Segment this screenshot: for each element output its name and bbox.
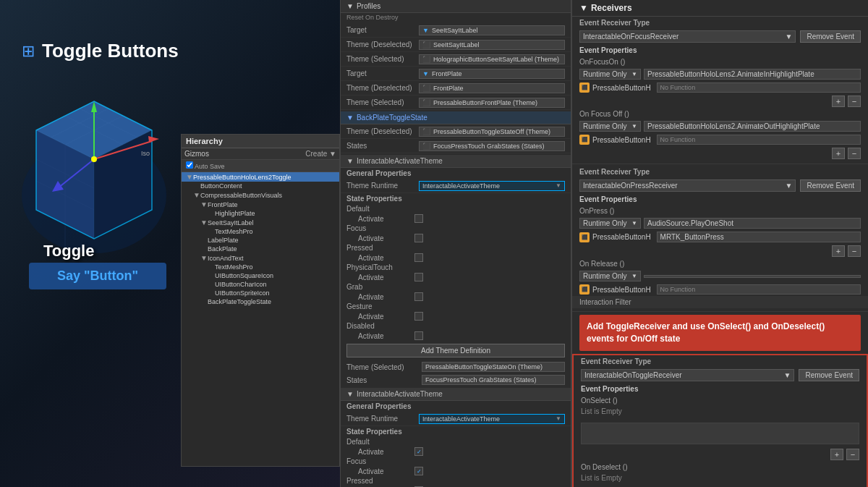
selected-value-2[interactable]: ⬛ PressableButtonFrontPlate (Theme) — [419, 98, 565, 108]
cb-focus-activate-1[interactable]: Activate — [341, 233, 571, 243]
create-button[interactable]: Create ▼ — [305, 150, 336, 158]
deselected-label-2: Theme (Deselected) — [346, 84, 419, 92]
hierarchy-item-5[interactable]: ▼ SeeItSayItLabel — [182, 218, 339, 227]
focus-on-method[interactable]: No Function — [657, 82, 861, 93]
say-button-label: Say "Button" — [29, 263, 166, 289]
theme-selected-value[interactable]: PressableButtonToggleStateOn (Theme) — [422, 362, 565, 372]
focus-on-runtime-dropdown[interactable]: Runtime Only ▼ — [579, 69, 641, 80]
checkbox-disabled-1 — [414, 331, 423, 340]
selected-value-1[interactable]: ⬛ HolographicButtonSeeItSayItLabel (Them… — [419, 54, 565, 64]
focus-on-obj-name: PressableButtonH — [592, 84, 651, 92]
press-obj-row: ⬛ PressableButtonH MRTK_ButtonPress — [572, 230, 868, 244]
hierarchy-item-9[interactable]: ▼ IconAndText — [182, 253, 339, 263]
focus-on-obj-icon: ⬛ — [579, 82, 590, 93]
cb-default-activate-2[interactable]: Activate — [341, 446, 571, 457]
hierarchy-item-root[interactable]: ▼ PressableButtonHoloLens2Toggle — [182, 172, 339, 182]
press-receiver-type-row: InteractableOnPressReceiver ▼ Remove Eve… — [572, 178, 868, 193]
focus-off-plus-button[interactable]: + — [832, 148, 845, 159]
focus-off-runtime-value[interactable]: PressableButtonHoloLens2.AnimateOutHighl… — [644, 121, 861, 132]
hierarchy-item-2[interactable]: ▼ CompressableButtonVisuals — [182, 190, 339, 200]
hierarchy-item-6[interactable]: TextMeshPro — [182, 227, 339, 236]
toggle-receiver-dropdown[interactable]: InteractableOnToggleReceiver ▼ — [581, 369, 794, 381]
checkbox-phystouch-1 — [414, 273, 423, 281]
focus-on-runtime-row: Runtime Only ▼ PressableButtonHoloLens2.… — [572, 67, 868, 81]
focus-on-obj-row: ⬛ PressableButtonH No Function — [572, 81, 868, 94]
focus-receiver-dropdown[interactable]: InteractableOnFocusReceiver ▼ — [579, 30, 796, 43]
focus-on-plus-button[interactable]: + — [832, 96, 845, 107]
add-theme-button[interactable]: Add Theme Definition — [346, 344, 565, 357]
cb-disabled-activate-1[interactable]: Activate — [341, 331, 571, 341]
hierarchy-item-4[interactable]: HighlightPlate — [182, 209, 339, 218]
cb-pressed-activate-1[interactable]: Activate — [341, 253, 571, 263]
toggle-state-header[interactable]: ▼ BackPlateToggleState — [341, 111, 571, 124]
hierarchy-item-10[interactable]: TextMeshPro — [182, 263, 339, 271]
cb-focus-activate-2[interactable]: Activate — [341, 466, 571, 476]
press-runtime-value[interactable]: AudioSource.PlayOneShot — [644, 218, 861, 229]
deselected-value-1[interactable]: ⬛ SeeItSayItLabel — [419, 40, 565, 50]
selected-label-1: Theme (Selected) — [346, 55, 419, 63]
target-value-2[interactable]: ▼ FrontPlate — [419, 69, 565, 79]
focus-off-obj-name: PressableButtonH — [592, 136, 651, 144]
selected-label-2: Theme (Selected) — [346, 98, 419, 106]
cb-gesture-activate-1[interactable]: Activate — [341, 311, 571, 321]
cb-grab-activate-1[interactable]: Activate — [341, 292, 571, 302]
remove-focus-event-button[interactable]: Remove Event — [800, 30, 861, 43]
cube-container: Iso Toggle Say "Button" — [14, 72, 181, 304]
activate-theme-2-header[interactable]: ▼ InteractableActivateTheme — [341, 388, 571, 401]
press-event-receiver-label: Event Receiver Type — [572, 166, 868, 178]
release-method[interactable]: No Function — [657, 284, 861, 295]
release-runtime-dropdown[interactable]: Runtime Only ▼ — [579, 271, 641, 281]
cb-focus-2: Focus — [341, 457, 571, 466]
list-empty-1: List is Empty — [574, 406, 867, 420]
press-runtime-dropdown[interactable]: Runtime Only ▼ — [579, 218, 641, 229]
focus-off-runtime-dropdown[interactable]: Runtime Only ▼ — [579, 121, 641, 132]
hierarchy-item-7[interactable]: LabelPlate — [182, 236, 339, 245]
focus-off-method[interactable]: No Function — [657, 135, 861, 145]
focus-on-runtime-value[interactable]: PressableButtonHoloLens2.AnimateInHighli… — [644, 69, 861, 80]
deselected-value-2[interactable]: ⬛ FrontPlate — [419, 83, 565, 93]
press-method[interactable]: MRTK_ButtonPress — [657, 232, 861, 242]
toggle-receiver-section: Event Receiver Type InteractableOnToggle… — [572, 354, 868, 487]
hierarchy-item-12[interactable]: UIButtonCharIcon — [182, 280, 339, 289]
state-props-2: State Properties — [341, 426, 571, 437]
toggle-plus-button[interactable]: + — [830, 449, 843, 460]
toggle-event-props-label: Event Properties — [574, 383, 867, 395]
focus-receiver-type-row: InteractableOnFocusReceiver ▼ Remove Eve… — [572, 29, 868, 44]
hierarchy-item-3[interactable]: ▼ FrontPlate — [182, 200, 339, 209]
activate-theme-1-header[interactable]: ▼ InteractableActivateTheme — [341, 155, 571, 168]
theme-runtime-2-value[interactable]: InteractableActivateTheme ▼ — [419, 414, 565, 424]
release-runtime-value[interactable] — [644, 275, 861, 278]
hierarchy-item-11[interactable]: UIButtonSquareIcon — [182, 271, 339, 280]
target-value-1[interactable]: ▼ SeeItSayItLabel — [419, 25, 565, 35]
states-selected-row: States FocusPressTouch GrabStates (State… — [341, 373, 571, 386]
states-selected-value[interactable]: FocusPressTouch GrabStates (States) — [422, 375, 565, 385]
press-minus-button[interactable]: − — [848, 245, 861, 257]
hierarchy-item-8[interactable]: BackPlate — [182, 245, 339, 253]
toggle-deselected-value[interactable]: ⬛ PressableButtonToggleStateOff (Theme) — [419, 127, 565, 137]
checkbox-gesture-1 — [414, 312, 423, 321]
hierarchy-item-1[interactable]: ButtonContent — [182, 182, 339, 190]
press-obj-name: PressableButtonH — [592, 233, 651, 241]
theme-deselected-row-2: Theme (Deselected) ⬛ FrontPlate — [341, 81, 571, 96]
toggle-states-label: States — [346, 142, 419, 150]
press-receiver-dropdown[interactable]: InteractableOnPressReceiver ▼ — [579, 179, 796, 192]
red-annotation-box: Add ToggleReceiver and use OnSelect() an… — [579, 315, 861, 351]
remove-press-event-button[interactable]: Remove Event — [800, 179, 861, 192]
toggle-minus-button[interactable]: − — [846, 449, 859, 460]
press-plus-button[interactable]: + — [832, 245, 845, 257]
profiles-header: ▼ Profiles — [341, 0, 571, 13]
focus-on-minus-button[interactable]: − — [848, 96, 861, 107]
cb-focus-1: Focus — [341, 224, 571, 233]
hierarchy-item-13[interactable]: UIButtonSpriteIcon — [182, 289, 339, 297]
hierarchy-item-14[interactable]: BackPlateToggleState — [182, 297, 339, 306]
target-label-1: Target — [346, 26, 419, 34]
theme-runtime-1-value[interactable]: InteractableActivateTheme ▼ — [419, 181, 565, 191]
svg-point-18 — [91, 156, 97, 162]
focus-off-callback: On Focus Off () — [572, 109, 868, 119]
cb-phystouch-activate-1[interactable]: Activate — [341, 272, 571, 282]
toggle-states-value[interactable]: ⬛ FocusPressTouch GrabStates (States) — [419, 141, 565, 151]
focus-off-minus-button[interactable]: − — [848, 148, 861, 159]
cb-default-activate-1[interactable]: Activate — [341, 213, 571, 224]
remove-toggle-event-button[interactable]: Remove Event — [799, 369, 859, 381]
receivers-panel: ▼ Receivers Event Receiver Type Interact… — [571, 0, 868, 487]
